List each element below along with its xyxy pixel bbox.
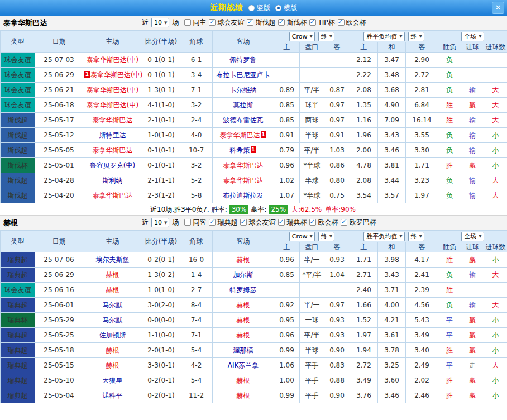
date-cell: 25-05-10 <box>35 373 83 388</box>
team-link[interactable]: 卡尔维纳 <box>230 86 257 94</box>
checkbox-icon[interactable] <box>209 219 216 226</box>
euro-draw-odds: 3.81 <box>378 158 406 173</box>
euro-home-odds: 2.08 <box>350 83 378 98</box>
bookmaker-select[interactable]: Crow▼ <box>289 32 315 41</box>
filter-checkbox[interactable]: 球会友谊 <box>240 218 275 227</box>
filter-checkbox[interactable]: TIP杯 <box>309 18 334 27</box>
checkbox-icon[interactable] <box>209 19 216 26</box>
checkbox-icon[interactable] <box>278 19 285 26</box>
score-cell: 1-3(0-2) <box>142 268 180 283</box>
team-link[interactable]: 泰拿华斯巴达(中) <box>90 71 142 79</box>
filter-checkbox[interactable]: 同主 <box>184 18 206 27</box>
team-link[interactable]: 布拉迪斯拉发 <box>223 192 264 199</box>
team-link[interactable]: 泰拿华斯巴达(中) <box>87 56 138 64</box>
euro-home-odds: 2.40 <box>350 283 378 298</box>
team-link[interactable]: 赫根 <box>106 346 119 354</box>
euro-draw-odds: 3.98 <box>378 252 406 268</box>
close-icon[interactable]: ✕ <box>492 2 504 14</box>
team-link[interactable]: 佩特罗鲁 <box>230 56 257 64</box>
team-link[interactable]: 特罗姆瑟 <box>230 286 257 294</box>
team-link[interactable]: 泰拿华斯巴达 <box>220 131 260 139</box>
team-link[interactable]: 鲁容贝罗克(中) <box>90 161 135 169</box>
chevron-down-icon: ▼ <box>329 34 332 39</box>
team-link[interactable]: 泰拿华斯巴达 <box>223 176 264 184</box>
team-link[interactable]: 马尔默 <box>103 301 123 309</box>
team-link[interactable]: 赫根 <box>237 331 250 339</box>
filter-checkbox[interactable]: 同客 <box>184 218 206 227</box>
team-link[interactable]: 马尔默 <box>103 316 123 324</box>
view-option-horizontal[interactable]: 横版 <box>275 3 297 13</box>
team-link[interactable]: 埃尔夫斯堡 <box>96 256 130 264</box>
match-count-select[interactable]: 10 ▼ <box>151 218 169 227</box>
checkbox-icon[interactable] <box>341 219 347 226</box>
team-link[interactable]: 赫根 <box>237 392 250 399</box>
team-link[interactable]: 泰拿华斯巴达 <box>93 116 133 124</box>
team-link[interactable]: 波德布雷佐瓦 <box>223 116 264 124</box>
team-link[interactable]: 泰拿华斯巴达 <box>93 146 133 154</box>
team-link[interactable]: 布拉卡巴尼亚卢卡 <box>217 71 270 79</box>
scope-select[interactable]: 全场▼ <box>461 232 484 241</box>
team-link[interactable]: 科希策 <box>230 146 250 154</box>
team-link[interactable]: 泰拿华斯巴达 <box>93 192 133 199</box>
filter-checkbox[interactable]: 斯伐杯 <box>278 18 307 27</box>
checkbox-icon[interactable] <box>240 219 247 226</box>
column-subheader: 客 <box>406 42 438 52</box>
team-link[interactable]: 莫拉斯 <box>233 101 253 109</box>
away-team-cell: 莫拉斯 <box>213 98 274 113</box>
team-link[interactable]: 泰拿华斯巴达 <box>223 161 264 169</box>
goals-result-cell: 大 <box>484 173 507 188</box>
view-option-vertical[interactable]: 竖版 <box>248 3 270 13</box>
team-link[interactable]: 诺科平 <box>103 392 123 399</box>
team-link[interactable]: 赫根 <box>106 271 119 279</box>
checkbox-label: TIP杯 <box>318 18 334 27</box>
match-count-select[interactable]: 10 ▼ <box>151 18 169 27</box>
filter-checkbox[interactable]: 瑞典超 <box>209 218 237 227</box>
scope-select[interactable]: 全场▼ <box>461 32 484 41</box>
team-link[interactable]: 加尔斯 <box>233 271 253 279</box>
europe-mean-select[interactable]: 胜平负均值▼ <box>363 232 404 241</box>
asia-home-odds: 0.95 <box>274 313 300 328</box>
checkbox-icon[interactable] <box>278 219 285 226</box>
asia-away-odds: 0.86 <box>324 158 350 173</box>
team-link[interactable]: 泰拿华斯巴达(中) <box>87 101 138 109</box>
team-link[interactable]: 赫根 <box>237 316 250 324</box>
filter-checkbox[interactable]: 球会友谊 <box>209 18 244 27</box>
checkbox-icon[interactable] <box>184 219 191 226</box>
asia-away-odds: 0.97 <box>324 298 350 313</box>
team-link[interactable]: 赫根 <box>106 361 119 369</box>
asia-final-select[interactable]: 终▼ <box>318 32 334 41</box>
filter-checkbox[interactable]: 斯伐超 <box>247 18 275 27</box>
team-link[interactable]: 斯利纳 <box>103 176 123 184</box>
filter-checkbox[interactable]: 瑞典杯 <box>278 218 307 227</box>
checkbox-icon[interactable] <box>309 19 316 26</box>
team-link[interactable]: 泰拿华斯巴达(中) <box>87 86 138 94</box>
team-link[interactable]: 赫根 <box>237 301 250 309</box>
checkbox-icon[interactable] <box>247 19 253 26</box>
europe-final-select[interactable]: 终▼ <box>408 232 424 241</box>
team-link[interactable]: 赫根 <box>106 286 119 294</box>
checkbox-icon[interactable] <box>184 19 191 26</box>
europe-final-select[interactable]: 终▼ <box>408 32 424 41</box>
team-link[interactable]: 佐加顿斯 <box>99 331 126 339</box>
team-link[interactable]: 赫根 <box>237 256 250 264</box>
checkbox-icon[interactable] <box>309 219 316 226</box>
asia-final-select[interactable]: 终▼ <box>318 232 334 241</box>
bookmaker-select[interactable]: Crow▼ <box>289 232 315 241</box>
league-type-cell: 瑞典超 <box>1 252 35 268</box>
full-result-cell: 负 <box>438 298 461 313</box>
europe-mean-select[interactable]: 胜平负均值▼ <box>363 32 404 41</box>
euro-away-odds: 3.55 <box>406 128 438 143</box>
team-link[interactable]: 渥那模 <box>233 346 253 354</box>
full-result-cell: 负 <box>438 52 461 68</box>
team-link[interactable]: 斯特里达 <box>99 131 126 139</box>
team-link[interactable]: 天狼星 <box>103 376 123 384</box>
filter-checkbox[interactable]: 欧会杯 <box>309 218 338 227</box>
filter-checkbox[interactable]: 欧罗巴杯 <box>341 218 376 227</box>
checkbox-icon[interactable] <box>338 19 345 26</box>
column-subheader: 胜负 <box>438 242 461 252</box>
team-link[interactable]: 赫根 <box>237 376 250 384</box>
corners-cell: 5-2 <box>180 173 213 188</box>
filter-checkbox[interactable]: 欧会杯 <box>338 18 366 27</box>
column-header: 客场 <box>213 31 274 52</box>
team-link[interactable]: AIK苏兰拿 <box>228 361 259 369</box>
